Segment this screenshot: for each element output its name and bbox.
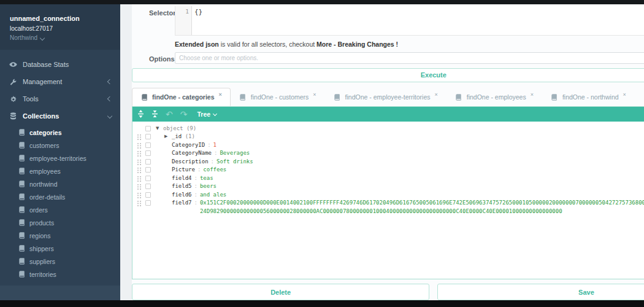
collection-icon [454, 94, 463, 101]
selector-hint: Extended json is valid for all selectors… [175, 41, 644, 48]
database-selector[interactable]: Northwind [10, 34, 110, 41]
collection-item-order-details[interactable]: order-details [0, 190, 120, 203]
selector-row: Selector 1 {} [132, 6, 644, 36]
expand-triangle-icon[interactable]: ▼ [156, 125, 163, 133]
field-value[interactable]: teas [200, 174, 644, 183]
delete-button[interactable]: Delete [132, 284, 429, 300]
tab-findone-northwind[interactable]: findOne - northwind× [542, 88, 635, 106]
field-name[interactable]: field6 [172, 191, 192, 200]
collection-item-products[interactable]: products [0, 216, 120, 229]
field-name[interactable]: field7 [172, 199, 192, 208]
row-checkbox[interactable] [145, 126, 151, 131]
field-name[interactable]: _id [172, 133, 182, 141]
row-checkbox[interactable] [145, 192, 151, 198]
collection-label: employees [29, 168, 61, 175]
tab-findone-employees[interactable]: findOne - employees× [447, 88, 542, 106]
row-checkbox[interactable] [145, 167, 151, 173]
field-name[interactable]: field4 [172, 174, 192, 183]
field-name[interactable]: CategoryID [172, 141, 205, 150]
collection-item-northwind[interactable]: northwind [0, 177, 120, 190]
row-checkbox[interactable] [145, 176, 151, 181]
wrench-icon [9, 79, 17, 85]
collection-icon [18, 155, 25, 161]
row-checkbox[interactable] [145, 150, 151, 156]
collection-item-territories[interactable]: territories [0, 268, 120, 281]
field-value[interactable]: and ales [200, 191, 644, 200]
field-name[interactable]: Description [172, 158, 209, 166]
mode-dropdown[interactable]: Tree [197, 111, 217, 118]
field-value[interactable]: beers [200, 182, 644, 191]
row-checkbox[interactable] [145, 159, 151, 165]
field-name[interactable]: Picture [172, 166, 195, 174]
collection-item-suppliers[interactable]: suppliers [0, 255, 120, 268]
options-input[interactable] [175, 52, 644, 64]
sidebar-item-database-stats[interactable]: Database Stats [0, 56, 120, 73]
collection-item-regions[interactable]: regions [0, 229, 120, 242]
close-icon[interactable]: × [313, 91, 316, 98]
row-checkbox[interactable] [145, 142, 151, 148]
collapse-all-button[interactable] [151, 110, 158, 118]
drag-handle-icon[interactable] [137, 184, 142, 190]
tab-findone-customers[interactable]: findOne - customers× [231, 88, 325, 106]
collection-icon [18, 271, 25, 278]
tree-row: field6:and ales [136, 191, 644, 200]
mode-label: Tree [197, 111, 210, 118]
drag-handle-icon[interactable] [137, 200, 142, 206]
collection-label: employee-territories [29, 155, 86, 162]
selector-input[interactable]: {} [192, 6, 644, 35]
tab-findone-categories[interactable]: findOne - categories× [132, 88, 231, 106]
collection-icon [18, 181, 25, 187]
close-icon[interactable]: × [623, 91, 626, 98]
collection-item-customers[interactable]: customers [0, 139, 120, 152]
drag-handle-icon[interactable] [137, 192, 142, 198]
collection-item-orders[interactable]: orders [0, 203, 120, 216]
save-button[interactable]: Save [437, 284, 644, 300]
collapse-triangle-icon[interactable]: ▶ [164, 133, 172, 141]
close-icon[interactable]: × [531, 91, 534, 98]
field-value[interactable]: Soft drinks [217, 158, 644, 166]
tree-row: field5:beers [136, 182, 644, 191]
drag-handle-icon[interactable] [137, 150, 142, 157]
collection-item-categories[interactable]: categories [0, 126, 120, 139]
drag-handle-icon[interactable] [137, 176, 142, 182]
collections-list: categoriescustomersemployee-territoriese… [0, 125, 120, 286]
field-value[interactable]: coffees [203, 166, 644, 174]
close-icon[interactable]: × [219, 91, 222, 98]
collection-item-employee-territories[interactable]: employee-territories [0, 152, 120, 165]
execute-button[interactable]: Execute [132, 68, 644, 82]
drag-handle-icon[interactable] [137, 142, 142, 149]
expand-all-button[interactable] [137, 110, 144, 118]
tab-findone-employee-territories[interactable]: findOne - employee-territories× [325, 88, 447, 106]
field-value[interactable]: 0x151C2F00020000000D000E0014002100FFFFFF… [200, 199, 644, 216]
field-name[interactable]: CategoryName [172, 149, 212, 158]
field-value[interactable]: 1 [213, 141, 644, 150]
row-checkbox[interactable] [145, 200, 151, 206]
sidebar-menu: Database StatsManagementToolsCollections [0, 50, 120, 125]
field-count: (1) [182, 133, 195, 141]
collection-label: orders [29, 206, 48, 214]
field-name[interactable]: field5 [172, 182, 192, 191]
row-checkbox[interactable] [145, 134, 151, 139]
close-icon[interactable]: × [435, 91, 438, 98]
sidebar-item-tools[interactable]: Tools [0, 90, 120, 107]
connection-header: unnamed_connection localhost:27017 North… [0, 4, 120, 50]
row-checkbox[interactable] [145, 184, 151, 189]
chevron-left-icon [107, 96, 112, 101]
tab-label: findOne - categories [152, 93, 215, 101]
undo-icon[interactable]: ↶ [166, 110, 173, 119]
tree-row: Picture:coffees [136, 166, 644, 174]
drag-handle-icon[interactable] [137, 134, 142, 140]
chevron-down-icon [107, 114, 112, 119]
collection-item-shippers[interactable]: shippers [0, 242, 120, 255]
tab-findone-order-details[interactable]: findOne - order-details× [635, 88, 644, 106]
sidebar-item-collections[interactable]: Collections [0, 107, 120, 125]
field-value[interactable]: Beverages [220, 149, 644, 158]
drag-handle-icon[interactable] [137, 159, 142, 165]
redo-icon[interactable]: ↷ [180, 110, 188, 119]
collection-label: products [29, 219, 54, 227]
collection-icon [18, 258, 25, 265]
drag-handle-icon[interactable] [137, 167, 142, 173]
sidebar-item-management[interactable]: Management [0, 73, 120, 90]
collection-item-employees[interactable]: employees [0, 165, 120, 177]
selector-code-editor[interactable]: 1 {} [175, 6, 644, 36]
